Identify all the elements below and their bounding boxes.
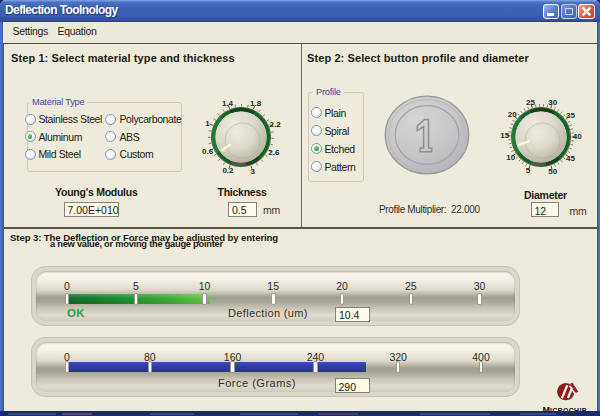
svg-text:25: 25 [526,98,535,107]
svg-text:30: 30 [548,98,557,107]
svg-text:50: 50 [548,167,557,176]
svg-text:0.2: 0.2 [222,166,234,175]
svg-text:35: 35 [566,111,575,120]
svg-text:1.4: 1.4 [222,99,234,108]
svg-text:20: 20 [508,110,517,119]
svg-text:3: 3 [251,167,256,176]
svg-text:2.2: 2.2 [269,120,281,129]
svg-text:5: 5 [526,166,531,175]
svg-text:45: 45 [566,154,575,163]
svg-text:0.6: 0.6 [202,147,214,156]
svg-text:1: 1 [205,119,210,128]
svg-text:10: 10 [506,153,515,162]
svg-text:15: 15 [500,131,509,140]
svg-text:40: 40 [573,132,582,141]
svg-text:1.8: 1.8 [250,99,262,108]
svg-text:2.6: 2.6 [268,148,280,157]
